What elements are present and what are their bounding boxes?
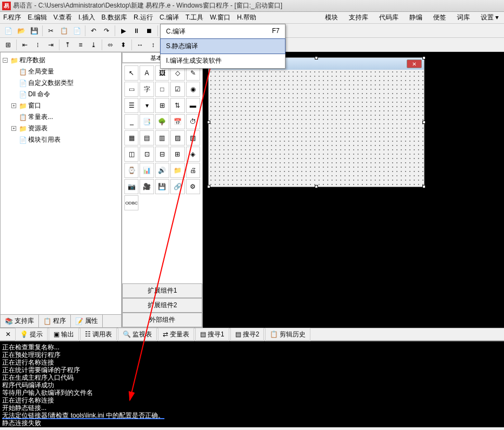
tb-paste-icon[interactable]: 📄 bbox=[71, 25, 83, 37]
palette-c14-icon[interactable]: 📁 bbox=[170, 163, 184, 178]
palette-c9-icon[interactable]: ⊞ bbox=[170, 147, 184, 162]
palette-pointer-icon[interactable]: ↖ bbox=[124, 65, 138, 81]
palette-label-icon[interactable]: A bbox=[140, 65, 154, 81]
btab-watch[interactable]: 🔍监视表 bbox=[118, 328, 157, 341]
tb-space-v-icon[interactable]: ↕ bbox=[147, 39, 159, 51]
tb-grid-icon[interactable]: ⊞ bbox=[2, 39, 14, 51]
palette-progress-icon[interactable]: ▬ bbox=[186, 98, 200, 113]
palette-odbc-icon[interactable]: ODBC bbox=[124, 195, 138, 210]
palette-c10-icon[interactable]: ◈ bbox=[186, 147, 200, 162]
resize-handle[interactable] bbox=[422, 121, 426, 124]
palette-c13-icon[interactable]: 🔊 bbox=[155, 163, 169, 178]
palette-c5-icon[interactable]: ▧ bbox=[186, 130, 200, 145]
resize-handle[interactable] bbox=[207, 185, 210, 188]
menu-run[interactable]: R.运行 bbox=[130, 11, 156, 24]
tab-support-lib[interactable]: 📚支持库 bbox=[1, 315, 39, 327]
resize-handle[interactable] bbox=[315, 185, 318, 188]
menu-dictionary[interactable]: 词库 bbox=[452, 11, 475, 24]
menu-window[interactable]: W.窗口 bbox=[207, 11, 234, 24]
tab-program[interactable]: 📋程序 bbox=[39, 315, 71, 327]
menu-module[interactable]: 模块 bbox=[320, 11, 343, 24]
palette-c4-icon[interactable]: ▨ bbox=[170, 130, 184, 145]
palette-c17-icon[interactable]: 🎥 bbox=[140, 179, 154, 194]
expand-icon[interactable]: + bbox=[11, 126, 16, 131]
menu-settings[interactable]: 设置 ▾ bbox=[475, 11, 504, 24]
btab-search1[interactable]: ▤搜寻1 bbox=[195, 328, 229, 341]
palette-slider-icon[interactable]: ⎯ bbox=[124, 114, 138, 129]
palette-list-icon[interactable]: ☰ bbox=[124, 98, 138, 113]
tb-run-icon[interactable]: ▶ bbox=[117, 25, 129, 37]
palette-c16-icon[interactable]: 📷 bbox=[124, 179, 138, 194]
menu-static-compile[interactable]: 静编 bbox=[404, 11, 428, 24]
tree-item[interactable]: +📁窗口 bbox=[3, 100, 119, 111]
collapse-icon[interactable]: − bbox=[3, 58, 8, 63]
menu-compile[interactable]: C.编译 bbox=[156, 11, 182, 24]
tree-area[interactable]: − 📁 程序数据 📋全局变量📄自定义数据类型📄Dll 命令+📁窗口📋常量表...… bbox=[1, 52, 121, 314]
resize-handle[interactable] bbox=[315, 56, 318, 59]
palette-tree-icon[interactable]: 🌳 bbox=[155, 114, 169, 129]
palette-date-icon[interactable]: 📅 bbox=[170, 114, 184, 129]
palette-c6-icon[interactable]: ◫ bbox=[124, 147, 138, 162]
palette-grid1-icon[interactable]: ⊞ bbox=[155, 98, 169, 113]
menu-tools[interactable]: T.工具 bbox=[182, 11, 207, 24]
design-canvas[interactable]: ✕ bbox=[203, 52, 504, 328]
output-panel[interactable]: 正在检查重复名称...正在预处理现行程序正在进行名称连接正在统计需要编译的子程序… bbox=[0, 341, 504, 427]
form-close-button[interactable]: ✕ bbox=[407, 59, 422, 68]
dd-compile[interactable]: C.编译 F7 bbox=[161, 24, 285, 39]
form-body[interactable] bbox=[209, 70, 424, 187]
menu-program[interactable]: F.程序 bbox=[0, 11, 24, 24]
tb-size2-icon[interactable]: ⬍ bbox=[117, 39, 129, 51]
dd-install-package[interactable]: I.编译生成安装软件 bbox=[161, 54, 285, 68]
palette-scroll-icon[interactable]: ⇅ bbox=[170, 98, 184, 113]
palette-c3-icon[interactable]: ▥ bbox=[155, 130, 169, 145]
tb-align-center-icon[interactable]: ⫶ bbox=[32, 39, 44, 51]
tb-align-middle-icon[interactable]: ≡ bbox=[75, 39, 87, 51]
tb-align-right-icon[interactable]: ⇥ bbox=[45, 39, 57, 51]
tb-open-icon[interactable]: 📂 bbox=[15, 25, 27, 37]
menu-database[interactable]: B.数据库 bbox=[98, 11, 130, 24]
dd-static-compile[interactable]: S.静态编译 bbox=[160, 38, 286, 54]
palette-c8-icon[interactable]: ⊟ bbox=[155, 147, 169, 162]
palette-c11-icon[interactable]: ⌚ bbox=[124, 163, 138, 178]
tree-item[interactable]: 📋全局变量 bbox=[3, 66, 119, 77]
resize-handle[interactable] bbox=[207, 121, 210, 124]
tb-save-icon[interactable]: 💾 bbox=[28, 25, 40, 37]
palette-text-icon[interactable]: 字 bbox=[140, 82, 154, 97]
palette-tab-ext2[interactable]: 扩展组件2 bbox=[122, 298, 202, 313]
tree-root[interactable]: − 📁 程序数据 bbox=[3, 55, 119, 66]
tb-align-bottom-icon[interactable]: ⤓ bbox=[88, 39, 100, 51]
btab-calltable[interactable]: ☷调用表 bbox=[80, 328, 117, 341]
tree-item[interactable]: 📄Dll 命令 bbox=[3, 89, 119, 100]
tb-align-top-icon[interactable]: ⤒ bbox=[62, 39, 74, 51]
tb-undo-icon[interactable]: ↶ bbox=[88, 25, 100, 37]
palette-tab-ext1[interactable]: 扩展组件1 bbox=[122, 283, 202, 298]
menu-code-lib[interactable]: 代码库 bbox=[374, 11, 404, 24]
tb-cut-icon[interactable]: ✂ bbox=[45, 25, 57, 37]
btab-vars[interactable]: ⇄变量表 bbox=[158, 328, 194, 341]
palette-frame-icon[interactable]: □ bbox=[155, 82, 169, 97]
palette-tab-external[interactable]: 外部组件 bbox=[122, 313, 202, 327]
menu-support-lib[interactable]: 支持库 bbox=[343, 11, 374, 24]
palette-combo-icon[interactable]: ▾ bbox=[140, 98, 154, 113]
btab-hint[interactable]: 💡提示 bbox=[15, 328, 48, 341]
palette-c2-icon[interactable]: ▤ bbox=[140, 130, 154, 145]
btab-output[interactable]: ▣输出 bbox=[49, 328, 79, 341]
menu-help[interactable]: H.帮助 bbox=[234, 11, 260, 24]
palette-timer-icon[interactable]: ⏱ bbox=[186, 114, 200, 129]
tb-copy-icon[interactable]: 📋 bbox=[58, 25, 70, 37]
tree-item[interactable]: +📁资源表 bbox=[3, 123, 119, 134]
form-window[interactable]: ✕ bbox=[208, 57, 425, 187]
palette-c20-icon[interactable]: ⚙ bbox=[186, 179, 200, 194]
palette-c19-icon[interactable]: 🔗 bbox=[170, 179, 184, 194]
palette-c18-icon[interactable]: 💾 bbox=[155, 179, 169, 194]
palette-c1-icon[interactable]: ▦ bbox=[124, 130, 138, 145]
expand-icon[interactable]: + bbox=[11, 103, 16, 108]
menu-edit[interactable]: E.编辑 bbox=[24, 11, 50, 24]
tb-new-icon[interactable]: 📄 bbox=[2, 25, 14, 37]
tb-pause-icon[interactable]: ⏸ bbox=[130, 25, 142, 37]
palette-c12-icon[interactable]: 📊 bbox=[140, 163, 154, 178]
palette-check-icon[interactable]: ☑ bbox=[170, 82, 184, 97]
menu-notes[interactable]: 便签 bbox=[428, 11, 452, 24]
resize-handle[interactable] bbox=[422, 185, 426, 188]
btab-search2[interactable]: ▤搜寻2 bbox=[230, 328, 264, 341]
